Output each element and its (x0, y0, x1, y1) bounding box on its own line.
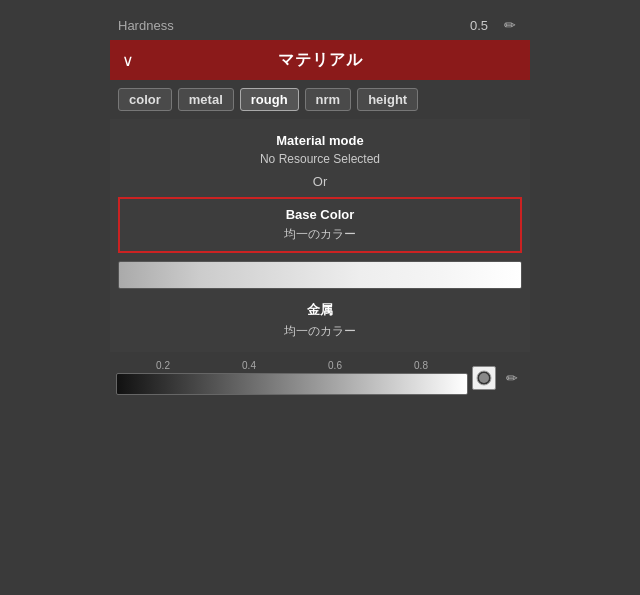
tab-rough[interactable]: rough (240, 88, 299, 111)
slider-row: 0.2 0.4 0.6 0.8 ✏ (110, 352, 530, 403)
tick-3: 0.8 (414, 360, 428, 371)
tab-color[interactable]: color (118, 88, 172, 111)
color-picker-icon[interactable] (472, 366, 496, 390)
tab-row: color metal rough nrm height (110, 80, 530, 119)
content-area: Material mode No Resource Selected Or Ba… (110, 119, 530, 352)
hardness-edit-icon[interactable]: ✏ (498, 13, 522, 37)
gradient-slider[interactable] (116, 373, 468, 395)
base-color-section[interactable]: Base Color 均一のカラー (118, 197, 522, 253)
base-color-value: 均一のカラー (128, 224, 512, 245)
or-divider: Or (110, 170, 530, 193)
circle-icon (476, 370, 492, 386)
hardness-row: Hardness 0.5 ✏ (110, 10, 530, 40)
tab-metal[interactable]: metal (178, 88, 234, 111)
hardness-label: Hardness (118, 18, 174, 33)
tab-nrm[interactable]: nrm (305, 88, 352, 111)
material-mode-label: Material mode (110, 131, 530, 150)
metal-label: 金属 (110, 299, 530, 321)
metal-value: 均一のカラー (110, 321, 530, 342)
material-title: マテリアル (278, 50, 363, 71)
color-bar[interactable] (118, 261, 522, 289)
pencil-edit-icon[interactable]: ✏ (500, 366, 524, 390)
material-mode-section: Material mode No Resource Selected (110, 127, 530, 170)
chevron-icon[interactable]: ∨ (122, 51, 134, 70)
tab-height[interactable]: height (357, 88, 418, 111)
tick-2: 0.6 (328, 360, 342, 371)
hardness-value: 0.5 (470, 18, 488, 33)
material-header[interactable]: ∨ マテリアル (110, 40, 530, 80)
material-mode-value: No Resource Selected (110, 150, 530, 168)
metal-section: 金属 均一のカラー (110, 293, 530, 344)
base-color-label: Base Color (128, 205, 512, 224)
svg-point-1 (479, 373, 489, 383)
tick-1: 0.4 (242, 360, 256, 371)
tick-0: 0.2 (156, 360, 170, 371)
